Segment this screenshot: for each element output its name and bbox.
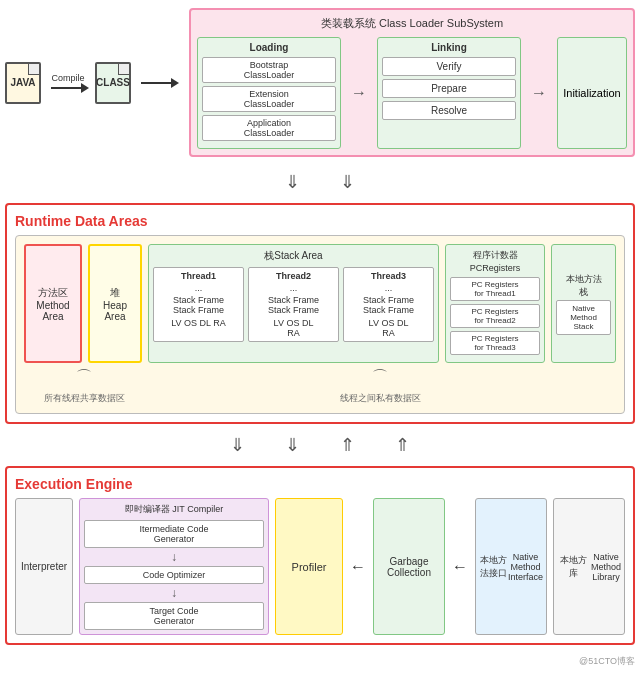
arrow-line (51, 87, 81, 89)
arrow-down-1: ⇓ (285, 171, 300, 193)
classloader-title: 类装载系统 Class Loader SubSystem (197, 16, 627, 31)
loading-box: Loading BootstrapClassLoader ExtensionCl… (197, 37, 341, 149)
profiler-box: Profiler (275, 498, 343, 635)
runtime-inner: 方法区MethodArea 堆HeapArea 栈Stack Area Thre… (15, 235, 625, 414)
pc-thread3: PC Registersfor Thread3 (450, 331, 540, 355)
thread2-frame1: Stack Frame (252, 295, 335, 305)
thread2-col: Thread2 ... Stack Frame Stack Frame LV O… (248, 267, 339, 342)
resolve-item: Resolve (382, 101, 516, 120)
stack-area-container: 栈Stack Area Thread1 ... Stack Frame Stac… (148, 244, 439, 363)
arrow-head2 (171, 78, 179, 88)
classloader-box: 类装载系统 Class Loader SubSystem Loading Boo… (189, 8, 635, 157)
thread1-title: Thread1 (157, 271, 240, 281)
native-interface-cn: 本地方法接口 (479, 554, 508, 580)
interpreter-label: Interpreter (21, 561, 67, 572)
thread3-col: Thread3 ... Stack Frame Stack Frame LV O… (343, 267, 434, 342)
stack-area-title: 栈Stack Area (153, 249, 434, 263)
runtime-bottom-labels: ⌒ 所有线程共享数据区 ⌒ 线程之间私有数据区 (24, 367, 616, 405)
pc-thread2: PC Registersfor Thread2 (450, 304, 540, 328)
native-inner: NativeMethodStack (556, 300, 611, 335)
native-library-box: 本地方库 NativeMethodLibrary (553, 498, 625, 635)
pc-cn-title: 程序计数器 (450, 249, 540, 262)
java-label: JAVA (10, 77, 35, 88)
private-brace: ⌒ (144, 367, 616, 388)
arrow-body (141, 82, 171, 84)
gc-label: Garbage Collection (377, 556, 441, 578)
java-class-area: JAVA Compile CLASS (5, 62, 179, 104)
native-cn-title: 本地方法栈 (566, 273, 602, 299)
bootstrap-loader: BootstrapClassLoader (202, 57, 336, 83)
execution-inner: Interpreter 即时编译器 JIT Compiler Itermedia… (15, 498, 625, 635)
thread2-lv: LV OS DLRA (252, 318, 335, 338)
pc-thread1: PC Registersfor Thread1 (450, 277, 540, 301)
application-loader: ApplicationClassLoader (202, 115, 336, 141)
thread3-frame2: Stack Frame (347, 305, 430, 315)
thread2-title: Thread2 (252, 271, 335, 281)
execution-section: Execution Engine Interpreter 即时编译器 JIT C… (5, 466, 635, 645)
shared-brace: ⌒ (24, 367, 144, 388)
pc-registers-container: 程序计数器 PCRegisters PC Registersfor Thread… (445, 244, 545, 363)
class-file-icon: CLASS (95, 62, 131, 104)
compile-arrow-line (51, 83, 89, 93)
linking-box: Linking Verify Prepare Resolve (377, 37, 521, 149)
thread1-dots: ... (157, 283, 240, 293)
linking-title: Linking (382, 42, 516, 53)
compile-label: Compile (51, 73, 84, 83)
profiler-label: Profiler (292, 561, 327, 573)
init-label: Initialization (563, 87, 620, 99)
arrow-up-1: ⇑ (340, 434, 355, 456)
loading-title: Loading (202, 42, 336, 53)
arrow-head (81, 83, 89, 93)
gc-box: Garbage Collection (373, 498, 445, 635)
method-area-box: 方法区MethodArea (24, 244, 82, 363)
jit-item-1: Itermediate CodeGenerator (84, 520, 264, 548)
thread1-frame1: Stack Frame (157, 295, 240, 305)
native-library-en: NativeMethodLibrary (591, 552, 621, 582)
jit-title: 即时编译器 JIT Compiler (84, 503, 264, 516)
thread3-dots: ... (347, 283, 430, 293)
native-arrow: ← (451, 498, 469, 635)
thread1-frame2: Stack Frame (157, 305, 240, 315)
private-label: 线程之间私有数据区 (144, 392, 616, 405)
thread2-frame2: Stack Frame (252, 305, 335, 315)
private-section: ⌒ 线程之间私有数据区 (144, 367, 616, 405)
thread2-dots: ... (252, 283, 335, 293)
jit-items: Itermediate CodeGenerator ↓ Code Optimiz… (84, 520, 264, 630)
execution-title: Execution Engine (15, 476, 625, 492)
pc-en-title: PCRegisters (450, 263, 540, 273)
loading-to-linking-arrow: → (349, 37, 369, 149)
verify-item: Verify (382, 57, 516, 76)
classloader-inner: Loading BootstrapClassLoader ExtensionCl… (197, 37, 627, 149)
jit-item-3: Target CodeGenerator (84, 602, 264, 630)
arrows-down-2: ⇓ ⇓ ⇑ ⇑ (5, 434, 635, 456)
jit-arrow-1: ↓ (84, 551, 264, 563)
arrows-down-1: ⇓ ⇓ (5, 171, 635, 193)
thread1-lv: LV OS DL RA (157, 318, 240, 328)
compile-arrow: Compile (47, 73, 89, 93)
jit-item-2: Code Optimizer (84, 566, 264, 584)
class-label: CLASS (96, 77, 130, 88)
top-section: JAVA Compile CLASS 类装载系统 Class Loader Su… (5, 8, 635, 157)
heap-box: 堆HeapArea (88, 244, 142, 363)
jit-container: 即时编译器 JIT Compiler Itermediate CodeGener… (79, 498, 269, 635)
interpreter-box: Interpreter (15, 498, 73, 635)
native-library-cn: 本地方库 (557, 554, 591, 580)
to-classloader-arrow (141, 78, 179, 88)
thread1-col: Thread1 ... Stack Frame Stack Frame LV O… (153, 267, 244, 342)
runtime-title: Runtime Data Areas (15, 213, 625, 229)
watermark: @51CTO博客 (5, 655, 635, 668)
gc-arrow-left: ← (349, 498, 367, 635)
init-box: Initialization (557, 37, 627, 149)
arrow-down-4: ⇓ (285, 434, 300, 456)
linking-to-init-arrow: → (529, 37, 549, 149)
java-file-icon: JAVA (5, 62, 41, 104)
jit-arrow-2: ↓ (84, 587, 264, 599)
prepare-item: Prepare (382, 79, 516, 98)
native-interface-en: NativeMethodInterface (508, 552, 543, 582)
runtime-section: Runtime Data Areas 方法区MethodArea 堆HeapAr… (5, 203, 635, 424)
thread3-title: Thread3 (347, 271, 430, 281)
arrow-down-3: ⇓ (230, 434, 245, 456)
native-method-stack-box: 本地方法栈 NativeMethodStack (551, 244, 616, 363)
threads-row: Thread1 ... Stack Frame Stack Frame LV O… (153, 267, 434, 342)
native-method-interface-box: 本地方法接口 NativeMethodInterface (475, 498, 547, 635)
